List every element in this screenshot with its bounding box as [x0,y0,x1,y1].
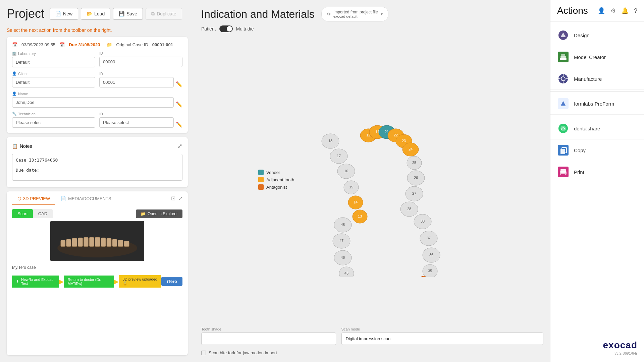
tech-id-select[interactable]: Please select [99,117,174,128]
tooth-27[interactable]: 27 [406,186,423,201]
cube-icon: ⬡ [17,196,21,201]
client-edit-icon[interactable]: ✏️ [176,81,182,87]
tab-3d-preview[interactable]: ⬡ 3D PREVIEW [12,191,55,205]
tooth-14[interactable]: 14 [348,196,363,209]
action-copy[interactable]: Copy [550,139,644,161]
tooth-45[interactable]: 45 [339,267,354,277]
lab-id-select[interactable]: 00000 [99,57,182,67]
tooth-legend: Veneer Adjacent tooth Antagonist [258,170,294,190]
tech-id-label: ID [99,112,174,116]
svg-text:26: 26 [414,176,418,180]
notes-expand-icon[interactable]: ⤢ [177,142,182,150]
action-formlabs[interactable]: formlabs PreForm [550,93,644,115]
tooth-18[interactable]: 18 [322,134,339,148]
tooth-13[interactable]: 13 [353,210,367,223]
tooth-35[interactable]: 35 [423,264,437,277]
svg-rect-3 [66,239,71,246]
action-print[interactable]: Print [550,161,644,183]
workflow-arrow-1: ▶ [59,278,64,285]
preview-minimize-icon[interactable]: ⊡ [171,195,175,201]
laboratory-label: 🏢 Laboratory [12,51,95,56]
svg-text:47: 47 [339,239,343,243]
user-icon[interactable]: 👤 [598,7,605,14]
name-label: 👤 Name [12,92,174,96]
import-badge[interactable]: ⚙ Imported from project file exocad defa… [321,7,388,21]
notes-textarea[interactable]: Case ID:17764060 Due date: [12,154,182,181]
tooth-38[interactable]: 38 [414,214,431,229]
print-icon [557,166,569,178]
tooth-15[interactable]: 15 [344,181,359,194]
scan-tab[interactable]: Scan [12,209,33,218]
laboratory-select[interactable]: Default [12,57,95,67]
svg-text:22: 22 [394,133,398,137]
technician-select[interactable]: Please select [12,117,95,128]
tooth-46[interactable]: 46 [334,250,352,265]
workflow-bar: ⬇ NewRx and Exocad Test ▶ Return to doct… [12,275,182,288]
help-icon[interactable]: ? [634,7,637,14]
right-footer: exocad v3.2-8691/64r [550,333,644,362]
scan-bite-checkbox[interactable] [201,351,206,355]
action-model-creator[interactable]: Model Creator [550,46,644,68]
adjacent-legend-color [258,177,264,182]
page-title: Indication and Materials [201,8,315,20]
tooth-28[interactable]: 28 [400,202,418,217]
save-button[interactable]: 💾 Save [113,8,143,20]
gear-icon: ⚙ [327,12,331,16]
workflow-step-1: ⬇ NewRx and Exocad Test [12,276,59,288]
svg-text:25: 25 [412,161,416,165]
right-header: Actions 👤 ⚙ 🔔 ? [550,0,644,22]
preview-maximize-icon[interactable]: ⤢ [178,195,182,201]
actions-title: Actions [557,5,588,16]
new-button[interactable]: 📄 New [50,8,78,20]
preview-toolbar: Scan CAD 📁 Open in Explorer [12,209,182,218]
svg-text:48: 48 [341,223,345,227]
tooth-shade-select[interactable]: -- [201,333,336,345]
action-design[interactable]: Design [550,24,644,46]
action-manufacture[interactable]: Manufacture [550,68,644,90]
svg-point-92 [560,126,566,131]
tooth-25[interactable]: 25 [407,156,422,170]
svg-rect-83 [561,54,565,56]
action-dentalshare[interactable]: dentalshare [550,118,644,139]
scan-mode-select[interactable]: Digital impression scan [341,333,543,345]
folder-icon: 📁 [107,42,112,47]
tooth-37[interactable]: 37 [420,231,437,246]
duplicate-button[interactable]: ⧉ Duplicate [146,8,182,20]
copy-icon [557,144,569,156]
settings-icon[interactable]: ⚙ [610,7,616,14]
bell-icon[interactable]: 🔔 [621,7,629,14]
tooth-48[interactable]: 48 [334,218,352,232]
svg-text:46: 46 [341,255,345,259]
patient-toggle-row: Patient Multi-die [201,25,543,32]
tab-media-documents[interactable]: 📄 MEDIA/DOCUMENTS [55,191,117,205]
case-info-card: 📅 03/09/2023 09:55 📅 Due 31/08/2023 📁 Or… [7,37,188,133]
preview-image [50,221,144,261]
svg-text:45: 45 [344,271,348,275]
duplicate-icon: ⧉ [151,11,155,17]
tooth-47[interactable]: 47 [333,234,350,248]
download-icon: ⬇ [16,279,19,284]
svg-text:14: 14 [354,200,358,204]
tooth-16[interactable]: 16 [337,164,355,179]
itero-button[interactable]: iTero [161,277,182,286]
svg-text:17: 17 [337,154,341,158]
cad-tab[interactable]: CAD [33,209,53,218]
tooth-17[interactable]: 17 [330,149,347,164]
actions-divider-2 [550,116,644,116]
preview-card: ⬡ 3D PREVIEW 📄 MEDIA/DOCUMENTS ⊡ ⤢ Scan … [7,191,188,355]
patient-multi-toggle[interactable] [219,25,233,32]
client-select[interactable]: Default [12,77,95,87]
lab-icon: 🏢 [12,51,17,56]
load-button[interactable]: 📂 Load [81,8,110,20]
name-edit-icon[interactable]: ✏️ [176,101,182,108]
name-select[interactable]: John,Doe [12,97,174,108]
tooth-26[interactable]: 26 [407,171,425,185]
open-explorer-button[interactable]: 📁 Open in Explorer [136,209,182,218]
tooth-36[interactable]: 36 [423,248,440,262]
tooth-24[interactable]: 24 [402,143,419,156]
client-id-select[interactable]: 00001 [99,77,174,87]
load-icon: 📂 [87,11,92,16]
tech-edit-icon[interactable]: ✏️ [176,121,182,128]
workflow-step-3: 3D preview uploaded 🔒 [119,275,162,288]
svg-rect-12 [118,240,123,247]
